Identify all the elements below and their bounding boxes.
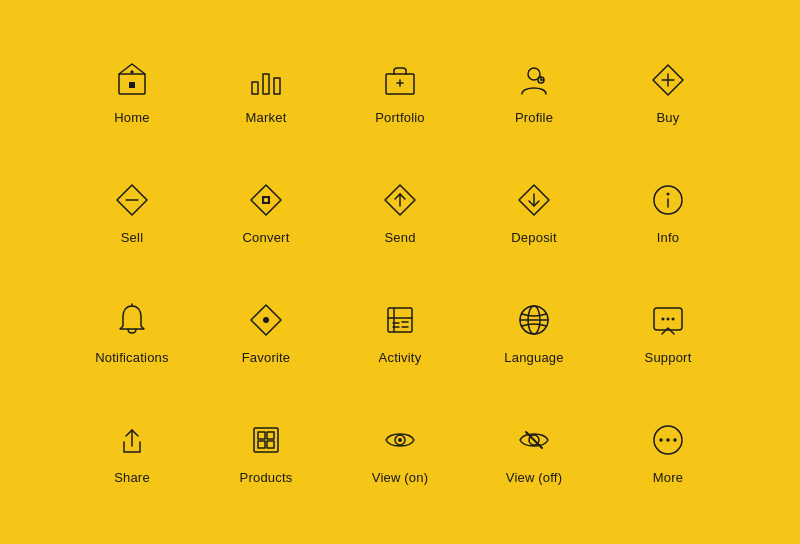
favorite-icon xyxy=(246,300,286,340)
sell-label: Sell xyxy=(121,230,143,245)
favorite-label: Favorite xyxy=(242,350,291,365)
send-item[interactable]: Send xyxy=(333,152,467,272)
convert-icon xyxy=(246,180,286,220)
svg-rect-3 xyxy=(263,74,269,94)
market-icon xyxy=(246,60,286,100)
portfolio-label: Portfolio xyxy=(375,110,425,125)
view-off-icon xyxy=(514,420,554,460)
more-label: More xyxy=(653,470,683,485)
notifications-icon xyxy=(112,300,152,340)
deposit-label: Deposit xyxy=(511,230,556,245)
sell-item[interactable]: Sell xyxy=(65,152,199,272)
support-item[interactable]: Support xyxy=(601,272,735,392)
send-icon xyxy=(380,180,420,220)
home-item[interactable]: Home xyxy=(65,32,199,152)
notifications-label: Notifications xyxy=(95,350,168,365)
convert-item[interactable]: Convert xyxy=(199,152,333,272)
svg-point-53 xyxy=(673,438,677,442)
svg-point-51 xyxy=(659,438,663,442)
support-icon xyxy=(648,300,688,340)
products-icon xyxy=(246,420,286,460)
svg-point-52 xyxy=(666,438,670,442)
language-label: Language xyxy=(504,350,563,365)
share-label: Share xyxy=(114,470,150,485)
notifications-item[interactable]: Notifications xyxy=(65,272,199,392)
share-icon xyxy=(112,420,152,460)
svg-point-36 xyxy=(667,317,670,320)
products-label: Products xyxy=(240,470,293,485)
profile-icon xyxy=(514,60,554,100)
svg-rect-42 xyxy=(258,441,265,448)
deposit-icon xyxy=(514,180,554,220)
view-off-item[interactable]: View (off) xyxy=(467,392,601,512)
svg-rect-24 xyxy=(388,308,412,332)
home-label: Home xyxy=(114,110,149,125)
profile-item[interactable]: Profile xyxy=(467,32,601,152)
svg-rect-40 xyxy=(258,432,265,439)
view-on-icon xyxy=(380,420,420,460)
svg-point-35 xyxy=(662,317,665,320)
share-item[interactable]: Share xyxy=(65,392,199,512)
more-icon xyxy=(648,420,688,460)
market-item[interactable]: Market xyxy=(199,32,333,152)
svg-rect-4 xyxy=(274,78,280,94)
buy-label: Buy xyxy=(656,110,679,125)
activity-item[interactable]: Activity xyxy=(333,272,467,392)
convert-label: Convert xyxy=(243,230,290,245)
view-off-label: View (off) xyxy=(506,470,562,485)
sell-icon xyxy=(112,180,152,220)
portfolio-icon xyxy=(380,60,420,100)
svg-rect-2 xyxy=(252,82,258,94)
buy-item[interactable]: Buy xyxy=(601,32,735,152)
more-item[interactable]: More xyxy=(601,392,735,512)
icon-grid: Home Market Portfolio Profile xyxy=(45,12,755,532)
svg-rect-1 xyxy=(129,82,135,88)
info-label: Info xyxy=(657,230,679,245)
activity-icon xyxy=(380,300,420,340)
info-icon xyxy=(648,180,688,220)
favorite-item[interactable]: Favorite xyxy=(199,272,333,392)
deposit-item[interactable]: Deposit xyxy=(467,152,601,272)
send-label: Send xyxy=(384,230,415,245)
view-on-item[interactable]: View (on) xyxy=(333,392,467,512)
home-icon xyxy=(112,60,152,100)
view-on-label: View (on) xyxy=(372,470,428,485)
svg-rect-41 xyxy=(267,432,274,439)
svg-point-16 xyxy=(263,197,269,203)
market-label: Market xyxy=(246,110,287,125)
support-label: Support xyxy=(645,350,692,365)
svg-point-21 xyxy=(667,192,670,195)
products-item[interactable]: Products xyxy=(199,392,333,512)
portfolio-item[interactable]: Portfolio xyxy=(333,32,467,152)
activity-label: Activity xyxy=(379,350,422,365)
info-item[interactable]: Info xyxy=(601,152,735,272)
profile-label: Profile xyxy=(515,110,553,125)
svg-point-47 xyxy=(398,438,402,442)
svg-point-23 xyxy=(263,317,269,323)
language-icon xyxy=(514,300,554,340)
buy-icon xyxy=(648,60,688,100)
language-item[interactable]: Language xyxy=(467,272,601,392)
svg-point-37 xyxy=(672,317,675,320)
